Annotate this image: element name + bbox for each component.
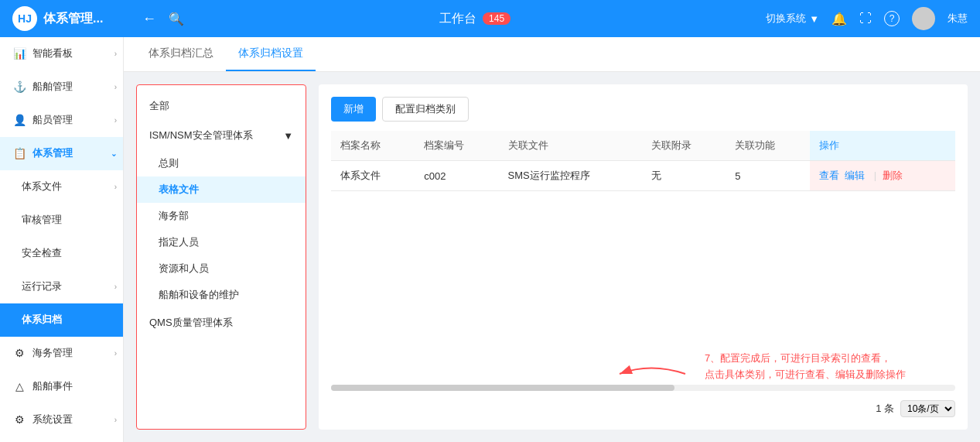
sidebar-label-audit: 审核管理 — [22, 213, 62, 227]
tab-settings[interactable]: 体系归档设置 — [226, 37, 316, 71]
workbench-label: 工作台 — [439, 11, 476, 27]
sidebar-item-ship-management[interactable]: ⚓ 船舶管理 › — [0, 70, 123, 104]
category-qms[interactable]: QMS质量管理体系 — [137, 308, 306, 337]
tabs-bar: 体系归档汇总 体系归档设置 — [124, 37, 980, 72]
category-sub-general[interactable]: 总则 — [137, 150, 306, 176]
header-nav-icons: ← 🔍 — [142, 11, 184, 27]
chevron-icon-sea: › — [114, 349, 117, 358]
triangle-icon: △ — [12, 379, 26, 393]
switch-system-btn[interactable]: 切换系统 ▼ — [766, 12, 819, 26]
sidebar-item-system-management[interactable]: 📋 体系管理 ⌄ — [0, 137, 123, 170]
sidebar-item-sea-management[interactable]: ⚙ 海务管理 › — [0, 337, 123, 370]
config-archive-type-button[interactable]: 配置归档类别 — [382, 97, 469, 122]
sidebar-label-sea-management: 海务管理 — [32, 346, 73, 360]
switch-system-dropdown-icon: ▼ — [809, 13, 819, 25]
chevron-icon-settings: › — [114, 416, 117, 424]
switch-system-label: 切换系统 — [766, 12, 806, 26]
sidebar-item-system-settings[interactable]: ⚙ 系统设置 › — [0, 403, 123, 437]
sidebar-label-dashboard: 智能看板 — [32, 46, 73, 60]
data-table: 档案名称 档案编号 关联文件 关联附录 关联功能 操作 体系文件 c002 SM — [331, 131, 955, 191]
col-related-appendix: 关联附录 — [642, 131, 726, 161]
anchor-icon: ⚓ — [12, 80, 26, 94]
sidebar-label-body-archive: 体系归档 — [22, 313, 62, 327]
col-archive-name: 档案名称 — [331, 131, 415, 161]
logo-icon: HJ — [12, 6, 37, 31]
pagination: 1 条 10条/页 20条/页 50条/页 — [331, 394, 955, 417]
sidebar-item-audit[interactable]: 审核管理 — [0, 204, 123, 237]
help-icon[interactable]: ? — [884, 11, 900, 26]
system-icon: 📋 — [12, 146, 26, 160]
category-all[interactable]: 全部 — [137, 91, 306, 121]
sea-icon: ⚙ — [12, 346, 26, 360]
cell-related-function: 5 — [726, 161, 809, 191]
sidebar-label-run-record: 运行记录 — [22, 279, 62, 293]
scroll-area — [331, 366, 955, 394]
chevron-icon-run: › — [114, 283, 117, 291]
edit-link[interactable]: 编辑 — [845, 170, 865, 181]
sidebar: 📊 智能看板 › ⚓ 船舶管理 › 👤 船员管理 › 📋 体系管理 ⌄ 体系文件… — [0, 37, 124, 442]
sidebar-item-safety-check[interactable]: 安全检查 — [0, 237, 123, 270]
sidebar-label-ship-management: 船舶管理 — [32, 80, 73, 94]
scroll-track[interactable] — [331, 385, 955, 391]
category-sub-form-files[interactable]: 表格文件 — [137, 176, 306, 203]
right-panel: 新增 配置归档类别 档案名称 档案编号 关联文件 关联附录 关联功能 操作 — [319, 84, 968, 430]
sidebar-item-crew-management[interactable]: 👤 船员管理 › — [0, 104, 123, 137]
person-icon: 👤 — [12, 113, 26, 127]
sidebar-item-run-record[interactable]: 运行记录 › — [0, 270, 123, 303]
main-content: 体系归档汇总 体系归档设置 全部 ISM/NSM安全管理体系 ▼ 总则 — [124, 37, 980, 442]
chevron-icon-system: ⌄ — [111, 149, 117, 158]
add-button[interactable]: 新增 — [331, 97, 376, 122]
app-logo[interactable]: HJ 体系管理... — [12, 6, 136, 31]
category-ism-nsm[interactable]: ISM/NSM安全管理体系 ▼ — [137, 121, 306, 150]
total-count: 1 条 — [876, 402, 894, 416]
table-row: 体系文件 c002 SMS运行监控程序 无 5 查看 编辑 | 删除 — [331, 161, 955, 191]
category-sub-resources[interactable]: 资源和人员 — [137, 255, 306, 282]
tab-summary[interactable]: 体系归档汇总 — [136, 37, 226, 71]
cell-archive-code: c002 — [415, 161, 498, 191]
annotation-line1: 7、配置完成后，可进行目录索引的查看， — [705, 352, 891, 364]
chevron-icon-crew: › — [114, 116, 117, 125]
per-page-select[interactable]: 10条/页 20条/页 50条/页 — [900, 400, 955, 417]
sidebar-label-archive-items: 体系文件 — [22, 180, 62, 194]
sidebar-label-safety-check: 安全检查 — [22, 246, 62, 260]
fullscreen-icon[interactable]: ⛶ — [859, 12, 872, 26]
app-title: 体系管理... — [43, 11, 103, 27]
col-archive-code: 档案编号 — [415, 131, 498, 161]
cell-related-files: SMS运行监控程序 — [499, 161, 642, 191]
sidebar-item-archive-items[interactable]: 体系文件 › — [0, 170, 123, 204]
content-area: 全部 ISM/NSM安全管理体系 ▼ 总则 表格文件 海务部 指定人员 — [124, 72, 980, 442]
top-header: HJ 体系管理... ← 🔍 工作台 145 切换系统 ▼ 🔔 ⛶ ? 朱慧 — [0, 0, 980, 37]
cell-operations: 查看 编辑 | 删除 — [810, 161, 955, 191]
sidebar-item-dashboard[interactable]: 📊 智能看板 › — [0, 37, 123, 70]
action-bar: 新增 配置归档类别 — [331, 97, 955, 122]
search-icon[interactable]: 🔍 — [169, 12, 184, 26]
category-sub-assigned[interactable]: 指定人员 — [137, 229, 306, 255]
col-related-files: 关联文件 — [499, 131, 642, 161]
delete-link[interactable]: 删除 — [883, 170, 903, 181]
sidebar-item-body-archive[interactable]: 体系归档 — [0, 303, 123, 337]
main-layout: 📊 智能看板 › ⚓ 船舶管理 › 👤 船员管理 › 📋 体系管理 ⌄ 体系文件… — [0, 37, 980, 442]
sidebar-label-crew-management: 船员管理 — [32, 113, 73, 127]
header-center: 工作台 145 — [184, 11, 766, 27]
workbench-badge: 145 — [483, 12, 510, 25]
settings-icon: ⚙ — [12, 413, 26, 427]
sidebar-item-ship-event[interactable]: △ 船舶事件 — [0, 370, 123, 403]
sidebar-label-system-settings: 系统设置 — [32, 413, 73, 427]
user-name: 朱慧 — [948, 12, 968, 26]
avatar[interactable] — [912, 7, 935, 30]
col-related-function: 关联功能 — [726, 131, 809, 161]
workbench-title: 工作台 145 — [439, 11, 510, 27]
category-sub-ship-equip[interactable]: 船舶和设备的维护 — [137, 282, 306, 308]
chevron-icon-ship: › — [114, 83, 117, 91]
bell-icon[interactable]: 🔔 — [831, 12, 847, 26]
chevron-icon-archive: › — [114, 183, 117, 191]
action-divider: | — [874, 170, 876, 181]
col-operations: 操作 — [810, 131, 955, 161]
view-link[interactable]: 查看 — [819, 170, 839, 181]
back-icon[interactable]: ← — [142, 11, 156, 27]
category-sub-sea-dept[interactable]: 海务部 — [137, 203, 306, 229]
header-right: 切换系统 ▼ 🔔 ⛶ ? 朱慧 — [766, 7, 968, 30]
chevron-icon: › — [114, 50, 117, 58]
sidebar-label-ship-event: 船舶事件 — [32, 379, 73, 393]
expand-icon-ism: ▼ — [283, 130, 293, 142]
